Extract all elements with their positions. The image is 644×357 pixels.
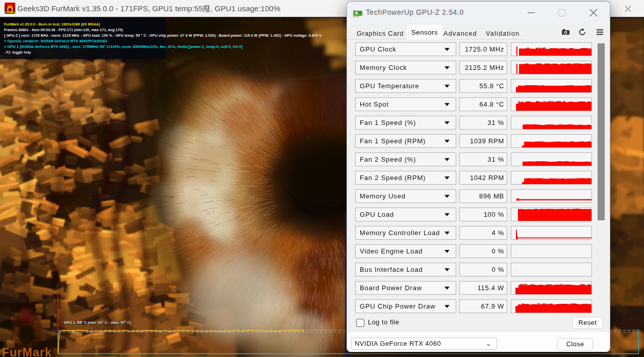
svg-text:FurMark: FurMark <box>2 346 52 357</box>
svg-text:FurMark: FurMark <box>5 11 15 14</box>
